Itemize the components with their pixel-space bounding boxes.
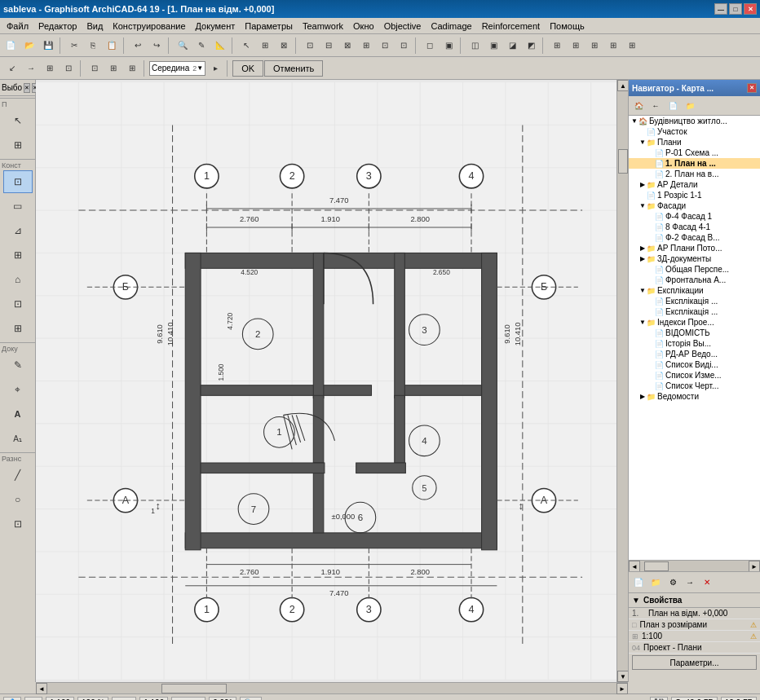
select-tool-button[interactable]: ↖ (3, 109, 33, 132)
tree-root[interactable]: ▼ 🏠 Будівництво житло... (629, 116, 760, 126)
paste-button[interactable]: 📋 (103, 37, 121, 55)
tree-item-rozris[interactable]: 📄 1 Розрiс 1-1 (629, 190, 760, 200)
nav-settings-button[interactable]: ⚙ (665, 575, 681, 591)
tb2-icon3[interactable]: ⊡ (86, 59, 104, 77)
tree-item-rd[interactable]: 📄 РД-АР Ведо... (629, 349, 760, 359)
menu-view[interactable]: Вид (82, 20, 108, 33)
slab-tool-button[interactable]: ▭ (3, 195, 33, 218)
scroll-track[interactable] (617, 91, 628, 671)
hscroll-thumb[interactable] (161, 684, 227, 693)
tree-item-fasady[interactable]: ▼ 📁 Фасади (629, 200, 760, 211)
tb-grid1[interactable]: ⊞ (548, 37, 566, 55)
menu-teamwork[interactable]: Teamwork (298, 20, 348, 33)
tree-item-plan2[interactable]: 📄 2. План на в... (629, 169, 760, 179)
nav-doc-button[interactable]: 📄 (665, 99, 681, 113)
tb2-icon4[interactable]: ⊞ (104, 59, 122, 77)
tb-zoom1[interactable]: ◻ (421, 37, 439, 55)
text-tool-button[interactable]: ✎ (3, 354, 33, 376)
navigator-close-button[interactable]: ✕ (747, 83, 757, 93)
vertical-scrollbar[interactable]: ▲ ▼ (616, 80, 628, 682)
stair-tool-button[interactable]: ⊞ (3, 317, 33, 340)
tb2-arrow2[interactable]: → (22, 59, 40, 77)
nav-open-button[interactable]: → (682, 575, 698, 591)
hscroll-left-button[interactable]: ◄ (36, 683, 47, 694)
tree-item-vedomosti[interactable]: ▶ 📁 Ведомости (629, 391, 760, 402)
nav-hscroll[interactable]: ◄ ► (629, 560, 760, 571)
tree-item-front[interactable]: 📄 Фронтальна А... (629, 275, 760, 285)
undo-button[interactable]: ↩ (129, 37, 147, 55)
close-button[interactable]: ✕ (744, 3, 757, 15)
nav-folder-button[interactable]: 📁 (682, 99, 698, 113)
maximize-button[interactable]: □ (729, 3, 742, 15)
nav-scroll-left[interactable]: ◄ (629, 561, 640, 572)
tb2-icon5[interactable]: ⊞ (123, 59, 141, 77)
horizontal-scrollbar[interactable]: ◄ ► (36, 682, 628, 693)
menu-reinforcement[interactable]: Reinforcement (477, 20, 546, 33)
fill-tool-button[interactable]: ⊡ (3, 513, 33, 535)
tb-tool1[interactable]: ⊡ (301, 37, 319, 55)
tb-tool2[interactable]: ⊟ (320, 37, 338, 55)
tb2-icon2[interactable]: ⊡ (60, 59, 77, 77)
tb2-icon1[interactable]: ⊞ (41, 59, 59, 77)
tb-tool6[interactable]: ⊡ (395, 37, 413, 55)
tree-item-explik2[interactable]: 📄 Експлікація ... (629, 306, 760, 317)
arc-tool-button[interactable]: ○ (3, 488, 33, 511)
tb-grid2[interactable]: ⊞ (567, 37, 585, 55)
tree-item-uchastok[interactable]: 📄 Участок (629, 126, 760, 137)
tb-view3[interactable]: ◪ (503, 37, 521, 55)
column-tool-button[interactable]: ⊞ (3, 244, 33, 266)
status-zoom2[interactable]: 🔍± (240, 697, 263, 701)
line-tool-button[interactable]: ╱ (3, 464, 33, 486)
tree-item-plani[interactable]: ▼ 📁 Плани (629, 137, 760, 147)
wall-tool-button[interactable]: ⊡ (3, 170, 33, 193)
menu-file[interactable]: Файл (2, 20, 33, 33)
menu-document[interactable]: Документ (191, 20, 241, 33)
tb-zoom2[interactable]: ▣ (440, 37, 457, 55)
new-button[interactable]: 📄 (2, 37, 20, 55)
tree-item-spis-izm[interactable]: 📄 Список Изме... (629, 370, 760, 381)
select-arrow[interactable]: ↖ (237, 37, 255, 55)
tb-tool4[interactable]: ⊞ (357, 37, 375, 55)
tb2-arrow[interactable]: ↙ (3, 59, 21, 77)
menu-help[interactable]: Помощь (545, 20, 590, 33)
minimize-button[interactable]: — (714, 3, 727, 15)
menu-params[interactable]: Параметры (240, 20, 298, 33)
pencil-button[interactable]: ✎ (192, 37, 210, 55)
scroll-down-button[interactable]: ▼ (617, 671, 629, 682)
tb-view2[interactable]: ▣ (484, 37, 502, 55)
hscroll-track[interactable] (47, 683, 616, 693)
nav-hscroll-track[interactable] (640, 561, 749, 571)
nav-folder2-button[interactable]: 📁 (647, 575, 664, 591)
nav-delete-button[interactable]: ✕ (699, 575, 715, 591)
nav-back-button[interactable]: ← (647, 99, 664, 113)
redo-button[interactable]: ↪ (148, 37, 166, 55)
ruler-button[interactable]: 📐 (211, 37, 229, 55)
label-a2-button[interactable]: A₁ (3, 427, 33, 450)
tree-item-3d[interactable]: ▶ 📁 3Д-документы (629, 253, 760, 264)
midpoint-combo[interactable]: Середина 2 ▼ (149, 61, 205, 76)
tree-item-ar-detali[interactable]: ▶ 📁 АР Детали (629, 179, 760, 190)
tree-item-spis-chert[interactable]: 📄 Список Черт... (629, 381, 760, 391)
ok-button[interactable]: OK (232, 60, 263, 77)
canvas-area[interactable]: 1 2 3 4 1 2 3 4 Б А Б (36, 80, 616, 682)
status-zoom[interactable]: 120 % (77, 697, 108, 701)
panel-close-button[interactable]: ✕ (24, 83, 30, 93)
copy-button[interactable]: ⎘ (84, 37, 102, 55)
open-button[interactable]: 📂 (20, 37, 38, 55)
tb-view4[interactable]: ◩ (522, 37, 540, 55)
menu-objective[interactable]: Objective (379, 20, 426, 33)
nav-add-button[interactable]: 📄 (630, 575, 647, 591)
menu-edit[interactable]: Редактор (33, 20, 82, 33)
nav-scroll-right[interactable]: ► (749, 561, 760, 572)
menu-construct[interactable]: Конструирование (108, 20, 190, 33)
tb-grid3[interactable]: ⊞ (585, 37, 603, 55)
cut-button[interactable]: ✂ (65, 37, 83, 55)
nav-hscroll-thumb[interactable] (644, 561, 669, 571)
tb-grid5[interactable]: ⊞ (623, 37, 641, 55)
tree-item-spis-vid[interactable]: 📄 Список Виді... (629, 359, 760, 370)
tree-item-indeksy[interactable]: ▼ 📁 Індекси Прое... (629, 317, 760, 328)
menu-window[interactable]: Окно (348, 20, 379, 33)
search-button[interactable]: 🔍 (174, 37, 192, 55)
navigator-tree[interactable]: ▼ 🏠 Будівництво житло... 📄 Участок ▼ 📁 П… (629, 116, 760, 560)
roof-tool-button[interactable]: ⊿ (3, 219, 33, 242)
